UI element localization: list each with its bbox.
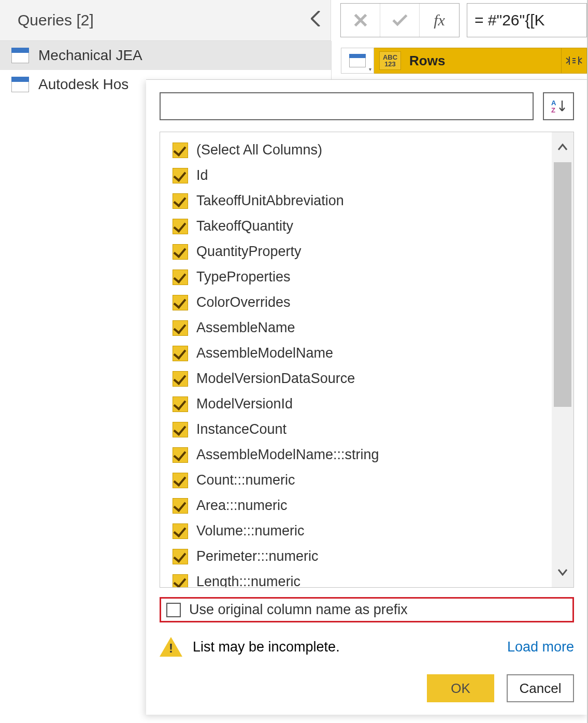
- fx-icon: fx: [434, 11, 445, 29]
- column-option-label: TakeoffQuantity: [196, 218, 293, 234]
- queries-panel-header: Queries [2]: [0, 0, 331, 41]
- column-option-label: TypeProperties: [196, 269, 291, 285]
- column-option[interactable]: ColorOverrides: [173, 290, 552, 315]
- query-item-label: Mechanical JEA: [38, 47, 142, 64]
- expand-columns-dropdown: A Z (Select All Columns)IdTakeoffUnitAbb…: [146, 79, 587, 715]
- column-option-label: AssembleModelName:::string: [196, 447, 379, 463]
- warning-text: List may be incomplete.: [193, 639, 340, 655]
- accept-formula-button[interactable]: [380, 4, 420, 37]
- cancel-button[interactable]: Cancel: [507, 674, 574, 702]
- column-checkbox[interactable]: [173, 523, 188, 539]
- formula-input[interactable]: = #"26"{[K: [467, 3, 587, 37]
- column-option[interactable]: TakeoffQuantity: [173, 214, 552, 239]
- column-option[interactable]: Volume:::numeric: [173, 518, 552, 544]
- column-checkbox[interactable]: [173, 143, 188, 158]
- column-type-badge: ABC 123: [379, 51, 401, 70]
- chevron-down-icon: ▾: [369, 66, 371, 72]
- column-option-label: Id: [196, 167, 208, 183]
- scroll-up-icon[interactable]: [552, 132, 573, 162]
- ok-button[interactable]: OK: [427, 674, 494, 702]
- column-option[interactable]: Area:::numeric: [173, 493, 552, 518]
- load-more-link[interactable]: Load more: [507, 639, 574, 655]
- column-option[interactable]: TypeProperties: [173, 264, 552, 290]
- cancel-formula-button[interactable]: [341, 4, 380, 37]
- column-checkbox[interactable]: [173, 371, 188, 387]
- column-checkbox[interactable]: [173, 574, 188, 588]
- column-option-label: ColorOverrides: [196, 294, 291, 310]
- column-option[interactable]: Id: [173, 163, 552, 188]
- incomplete-warning-row: List may be incomplete. Load more: [160, 637, 574, 657]
- use-original-prefix-option[interactable]: Use original column name as prefix: [160, 597, 574, 622]
- column-option-label: Volume:::numeric: [196, 523, 305, 539]
- column-list-scrollbar[interactable]: [552, 132, 573, 587]
- column-checkbox[interactable]: [173, 219, 188, 234]
- column-option-label: AssembleModelName: [196, 345, 333, 361]
- svg-text:A: A: [551, 99, 556, 107]
- formula-text: = #"26"{[K: [475, 11, 545, 29]
- column-header-label: Rows: [409, 53, 445, 69]
- column-checkbox[interactable]: [173, 270, 188, 285]
- column-checkbox[interactable]: [173, 193, 188, 209]
- column-checkbox[interactable]: [173, 447, 188, 463]
- column-option[interactable]: AssembleModelName: [173, 341, 552, 366]
- column-option-label: InstanceCount: [196, 421, 286, 437]
- table-select-button[interactable]: ▾: [341, 48, 374, 74]
- scrollbar-thumb[interactable]: [554, 162, 571, 407]
- column-checkbox[interactable]: [173, 295, 188, 310]
- column-list: (Select All Columns)IdTakeoffUnitAbbrevi…: [160, 132, 552, 587]
- dialog-buttons: OK Cancel: [146, 674, 574, 702]
- column-option-label: Perimeter:::numeric: [196, 548, 319, 564]
- column-checkbox[interactable]: [173, 168, 188, 183]
- column-option[interactable]: TakeoffUnitAbbreviation: [173, 188, 552, 214]
- scroll-down-icon[interactable]: [552, 557, 573, 587]
- column-option-label: Count:::numeric: [196, 472, 295, 488]
- expand-column-button[interactable]: [561, 48, 587, 74]
- formula-toolbar: fx = #"26"{[K: [331, 0, 587, 40]
- column-option[interactable]: Length:::numeric: [173, 569, 552, 587]
- collapse-queries-icon[interactable]: [311, 11, 322, 30]
- column-checkbox[interactable]: [173, 320, 188, 336]
- table-icon: [349, 54, 366, 67]
- column-checkbox[interactable]: [173, 244, 188, 260]
- column-list-container: (Select All Columns)IdTakeoffUnitAbbrevi…: [160, 132, 574, 588]
- column-option-label: AssembleName: [196, 320, 295, 336]
- column-option[interactable]: ModelVersionId: [173, 391, 552, 417]
- fx-button[interactable]: fx: [420, 4, 459, 37]
- prefix-label: Use original column name as prefix: [189, 602, 408, 618]
- query-item-mechanical-jea[interactable]: Mechanical JEA: [0, 41, 331, 70]
- column-checkbox[interactable]: [173, 498, 188, 514]
- column-option-label: QuantityProperty: [196, 244, 302, 260]
- table-icon: [11, 77, 29, 92]
- column-option[interactable]: Perimeter:::numeric: [173, 544, 552, 569]
- table-column-header-strip: ▾ ABC 123 Rows: [341, 48, 587, 74]
- column-option-label: Area:::numeric: [196, 498, 288, 514]
- column-option-label: TakeoffUnitAbbreviation: [196, 193, 344, 209]
- column-option-label: (Select All Columns): [196, 142, 322, 158]
- column-checkbox[interactable]: [173, 473, 188, 488]
- column-option[interactable]: Count:::numeric: [173, 467, 552, 493]
- column-header-rows[interactable]: ABC 123 Rows: [374, 48, 561, 74]
- queries-panel-title: Queries [2]: [18, 11, 94, 29]
- column-option[interactable]: AssembleModelName:::string: [173, 442, 552, 467]
- column-option[interactable]: (Select All Columns): [173, 137, 552, 163]
- formula-toolbar-group: fx: [340, 3, 460, 37]
- warning-icon: [160, 637, 182, 657]
- column-option-label: ModelVersionId: [196, 396, 293, 412]
- column-option-label: Length:::numeric: [196, 574, 300, 587]
- column-checkbox[interactable]: [173, 422, 188, 437]
- column-checkbox[interactable]: [173, 396, 188, 412]
- column-option-label: ModelVersionDataSource: [196, 371, 355, 387]
- column-checkbox[interactable]: [173, 549, 188, 564]
- column-option[interactable]: InstanceCount: [173, 417, 552, 442]
- column-option[interactable]: AssembleName: [173, 315, 552, 341]
- sort-columns-button[interactable]: A Z: [543, 92, 574, 120]
- svg-text:Z: Z: [551, 106, 555, 114]
- table-icon: [11, 48, 29, 63]
- column-option[interactable]: QuantityProperty: [173, 239, 552, 264]
- query-item-label: Autodesk Hos: [38, 76, 128, 93]
- prefix-checkbox[interactable]: [166, 603, 181, 617]
- column-search-input[interactable]: [160, 92, 534, 120]
- column-checkbox[interactable]: [173, 346, 188, 361]
- column-option[interactable]: ModelVersionDataSource: [173, 366, 552, 391]
